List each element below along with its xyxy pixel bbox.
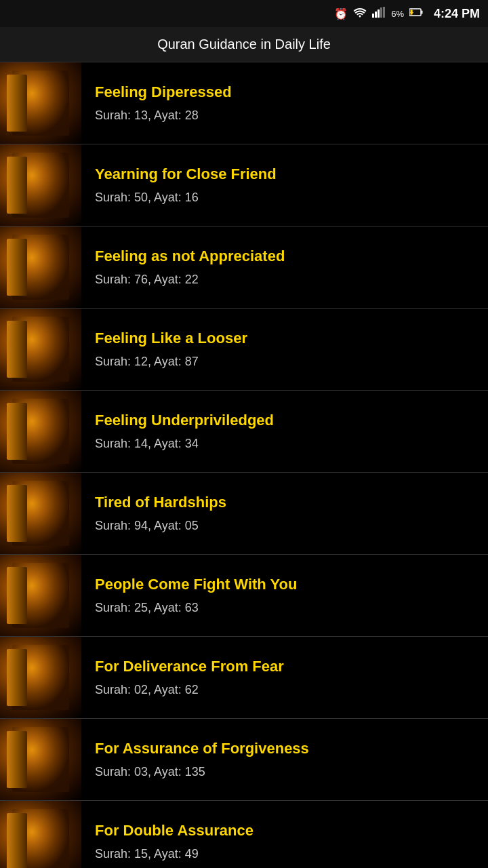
wifi-icon (353, 7, 367, 20)
list-item[interactable]: People Come Fight With You Surah: 25, Ay… (0, 555, 488, 637)
item-title: Feeling as not Appreciated (95, 248, 477, 265)
item-thumbnail (0, 391, 81, 472)
item-thumbnail (0, 801, 81, 868)
status-icons: ⏰ 6% (334, 7, 480, 21)
list-item[interactable]: Feeling as not Appreciated Surah: 76, Ay… (0, 226, 488, 309)
guidance-list: Feeling Diperessed Surah: 13, Ayat: 28 Y… (0, 62, 488, 868)
svg-text:⚡: ⚡ (409, 9, 415, 16)
quran-book-image (0, 473, 81, 554)
battery-percentage: 6% (391, 9, 404, 19)
item-subtitle: Surah: 94, Ayat: 05 (95, 519, 477, 533)
item-subtitle: Surah: 25, Ayat: 63 (95, 601, 477, 615)
status-bar: ⏰ 6% (0, 0, 488, 27)
svg-rect-4 (383, 7, 385, 18)
item-thumbnail (0, 637, 81, 718)
item-thumbnail (0, 473, 81, 554)
item-title: Feeling Diperessed (95, 83, 477, 101)
list-item[interactable]: For Double Assurance Surah: 15, Ayat: 49 (0, 801, 488, 868)
item-content: For Assurance of Forgiveness Surah: 03, … (81, 719, 488, 800)
svg-rect-6 (421, 11, 422, 14)
item-thumbnail (0, 144, 81, 226)
quran-book-image (0, 801, 81, 868)
item-content: Feeling as not Appreciated Surah: 76, Ay… (81, 226, 488, 308)
quran-book-image (0, 391, 81, 472)
alarm-icon: ⏰ (334, 7, 348, 20)
item-subtitle: Surah: 02, Ayat: 62 (95, 683, 477, 697)
list-item[interactable]: Yearning for Close Friend Surah: 50, Aya… (0, 144, 488, 226)
item-content: For Double Assurance Surah: 15, Ayat: 49 (81, 801, 488, 868)
item-content: Tired of Hardships Surah: 94, Ayat: 05 (81, 473, 488, 554)
item-thumbnail (0, 719, 81, 800)
quran-book-image (0, 62, 81, 144)
list-item[interactable]: Tired of Hardships Surah: 94, Ayat: 05 (0, 473, 488, 555)
list-item[interactable]: For Assurance of Forgiveness Surah: 03, … (0, 719, 488, 801)
item-title: People Come Fight With You (95, 576, 477, 593)
item-content: People Come Fight With You Surah: 25, Ay… (81, 555, 488, 636)
quran-book-image (0, 144, 81, 226)
app-title: Quran Guidance in Daily Life (157, 37, 331, 52)
item-title: For Double Assurance (95, 822, 477, 840)
title-bar: Quran Guidance in Daily Life (0, 27, 488, 62)
item-content: Feeling Diperessed Surah: 13, Ayat: 28 (81, 62, 488, 144)
item-subtitle: Surah: 12, Ayat: 87 (95, 355, 477, 369)
item-content: For Deliverance From Fear Surah: 02, Aya… (81, 637, 488, 718)
item-title: Feeling Underpriviledged (95, 412, 477, 429)
item-subtitle: Surah: 13, Ayat: 28 (95, 108, 477, 123)
item-subtitle: Surah: 03, Ayat: 135 (95, 765, 477, 779)
item-title: Tired of Hardships (95, 494, 477, 511)
list-item[interactable]: Feeling Underpriviledged Surah: 14, Ayat… (0, 391, 488, 473)
quran-book-image (0, 309, 81, 390)
svg-rect-3 (380, 7, 382, 18)
quran-book-image (0, 719, 81, 800)
item-content: Feeling Underpriviledged Surah: 14, Ayat… (81, 391, 488, 472)
quran-book-image (0, 226, 81, 308)
item-title: For Deliverance From Fear (95, 658, 477, 675)
item-thumbnail (0, 555, 81, 636)
item-content: Yearning for Close Friend Surah: 50, Aya… (81, 144, 488, 226)
svg-rect-2 (378, 9, 380, 18)
item-content: Feeling Like a Looser Surah: 12, Ayat: 8… (81, 309, 488, 390)
item-thumbnail (0, 226, 81, 308)
list-item[interactable]: For Deliverance From Fear Surah: 02, Aya… (0, 637, 488, 719)
svg-rect-1 (375, 12, 377, 18)
item-thumbnail (0, 309, 81, 390)
svg-rect-0 (372, 14, 374, 18)
quran-book-image (0, 637, 81, 718)
quran-book-image (0, 555, 81, 636)
status-time: 4:24 PM (434, 7, 480, 21)
item-subtitle: Surah: 14, Ayat: 34 (95, 437, 477, 451)
signal-icon (372, 7, 386, 20)
list-item[interactable]: Feeling Like a Looser Surah: 12, Ayat: 8… (0, 309, 488, 391)
item-thumbnail (0, 62, 81, 144)
item-subtitle: Surah: 76, Ayat: 22 (95, 273, 477, 287)
item-subtitle: Surah: 50, Ayat: 16 (95, 191, 477, 205)
item-title: For Assurance of Forgiveness (95, 740, 477, 757)
item-subtitle: Surah: 15, Ayat: 49 (95, 847, 477, 861)
battery-icon: ⚡ (409, 7, 423, 20)
list-item[interactable]: Feeling Diperessed Surah: 13, Ayat: 28 (0, 62, 488, 144)
item-title: Feeling Like a Looser (95, 330, 477, 347)
item-title: Yearning for Close Friend (95, 165, 477, 183)
